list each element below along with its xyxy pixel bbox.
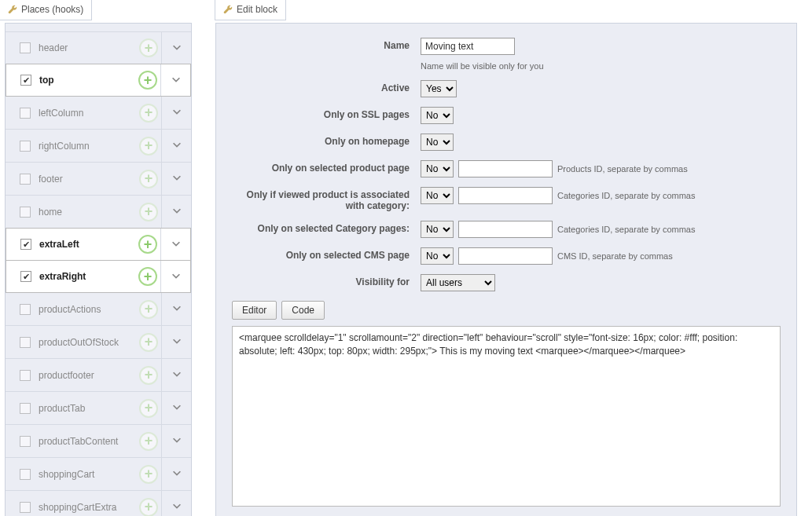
expand-toggle[interactable]: [161, 196, 191, 228]
hook-checkbox[interactable]: [20, 174, 31, 185]
active-select[interactable]: Yes: [421, 80, 457, 97]
hook-row-home: home+: [6, 196, 191, 229]
expand-toggle[interactable]: [161, 293, 191, 325]
add-icon[interactable]: +: [139, 38, 158, 57]
hook-label: extraRight: [39, 271, 138, 282]
wrench-icon: [8, 5, 17, 14]
assoc-category-hint: Categories ID, separate by commas: [557, 191, 695, 200]
add-icon[interactable]: +: [139, 399, 158, 418]
expand-toggle[interactable]: [161, 326, 191, 358]
homepage-select[interactable]: No: [421, 134, 454, 151]
category-pages-select[interactable]: No: [421, 221, 454, 238]
expand-toggle[interactable]: [161, 163, 191, 195]
cms-ids-input[interactable]: [458, 247, 553, 265]
expand-toggle[interactable]: [161, 491, 191, 516]
add-icon[interactable]: +: [139, 498, 158, 517]
chevron-down-icon: [171, 368, 182, 382]
places-panel-title-text: Places (hooks): [21, 4, 83, 15]
hook-row-shoppingCartExtra: shoppingCartExtra+: [6, 491, 191, 516]
hook-label: shoppingCartExtra: [39, 502, 139, 513]
expand-toggle[interactable]: [160, 261, 190, 292]
add-icon[interactable]: +: [139, 137, 158, 156]
chevron-down-icon: [171, 401, 182, 415]
cms-page-select[interactable]: No: [421, 247, 454, 265]
edit-panel-title: Edit block: [215, 0, 286, 20]
expand-toggle[interactable]: [160, 229, 190, 260]
chevron-down-icon: [171, 270, 182, 284]
hook-row-shoppingCart: shoppingCart+: [6, 458, 191, 491]
places-panel: Places (hooks) header+✔top+leftColumn+ri…: [0, 0, 192, 516]
add-icon[interactable]: +: [139, 104, 158, 123]
add-icon[interactable]: +: [139, 465, 158, 484]
visibility-label: Visibility for: [232, 274, 421, 287]
add-icon[interactable]: +: [139, 300, 158, 319]
category-ids-input[interactable]: [458, 221, 553, 238]
hook-row-leftColumn: leftColumn+: [6, 97, 191, 130]
hook-checkbox[interactable]: [20, 370, 31, 381]
chevron-down-icon: [171, 238, 182, 251]
hook-label: top: [39, 75, 138, 86]
hook-label: footer: [39, 174, 139, 185]
expand-toggle[interactable]: [161, 97, 191, 129]
ssl-select[interactable]: No: [421, 107, 454, 124]
hook-row-productTab: productTab+: [6, 392, 191, 425]
chevron-down-icon: [171, 42, 182, 55]
expand-toggle[interactable]: [161, 32, 191, 64]
product-page-select[interactable]: No: [421, 160, 454, 177]
category-ids-hint: Categories ID, separate by commas: [557, 225, 695, 234]
chevron-down-icon: [171, 500, 182, 514]
cms-page-label: Only on selected CMS page: [232, 247, 421, 261]
hook-row-extraRight: ✔extraRight+: [6, 260, 191, 293]
name-input[interactable]: [421, 38, 515, 55]
hook-checkbox[interactable]: [20, 502, 31, 513]
product-ids-hint: Products ID, separate by commas: [557, 164, 688, 174]
visibility-select[interactable]: All users: [421, 274, 495, 291]
hook-checkbox[interactable]: [20, 207, 31, 218]
hook-label: productTab: [39, 403, 139, 414]
active-label: Active: [232, 80, 421, 93]
wrench-icon: [223, 5, 233, 14]
hook-label: productfooter: [39, 370, 139, 381]
add-icon[interactable]: +: [139, 366, 158, 385]
hook-checkbox[interactable]: ✔: [20, 75, 31, 86]
editor-tab-button[interactable]: Editor: [232, 301, 277, 320]
hook-row-productTabContent: productTabContent+: [6, 425, 191, 458]
hook-checkbox[interactable]: [20, 304, 31, 315]
edit-panel-title-text: Edit block: [237, 4, 277, 15]
hook-checkbox[interactable]: [20, 42, 31, 53]
hook-checkbox[interactable]: [20, 436, 31, 447]
expand-toggle[interactable]: [161, 458, 191, 490]
hook-row-productOutOfStock: productOutOfStock+: [6, 326, 191, 359]
assoc-category-ids-input[interactable]: [458, 187, 553, 204]
add-icon[interactable]: +: [139, 432, 158, 451]
chevron-down-icon: [171, 74, 182, 87]
add-icon[interactable]: +: [138, 267, 157, 286]
hook-checkbox[interactable]: ✔: [20, 239, 31, 250]
add-icon[interactable]: +: [139, 203, 158, 221]
assoc-category-select[interactable]: No: [421, 187, 454, 204]
expand-toggle[interactable]: [161, 392, 191, 424]
hook-checkbox[interactable]: [20, 108, 31, 119]
add-icon[interactable]: +: [138, 71, 157, 90]
expand-toggle[interactable]: [161, 130, 191, 162]
hook-checkbox[interactable]: [20, 141, 31, 152]
places-panel-title: Places (hooks): [0, 0, 92, 20]
code-tab-button[interactable]: Code: [281, 301, 325, 320]
hook-label: leftColumn: [39, 108, 139, 119]
name-label: Name: [232, 38, 421, 51]
expand-toggle[interactable]: [161, 359, 191, 391]
expand-toggle[interactable]: [161, 425, 191, 457]
add-icon[interactable]: +: [139, 333, 158, 352]
hook-checkbox[interactable]: [20, 337, 31, 348]
add-icon[interactable]: +: [139, 170, 158, 188]
chevron-down-icon: [171, 205, 182, 218]
code-textarea[interactable]: [232, 326, 781, 507]
chevron-down-icon: [171, 434, 182, 448]
expand-toggle[interactable]: [160, 64, 190, 96]
add-icon[interactable]: +: [138, 235, 157, 254]
hook-checkbox[interactable]: [20, 469, 31, 480]
hook-checkbox[interactable]: [20, 403, 31, 414]
hook-checkbox[interactable]: ✔: [20, 271, 31, 282]
hook-row-footer: footer+: [6, 163, 191, 196]
product-ids-input[interactable]: [458, 160, 553, 177]
